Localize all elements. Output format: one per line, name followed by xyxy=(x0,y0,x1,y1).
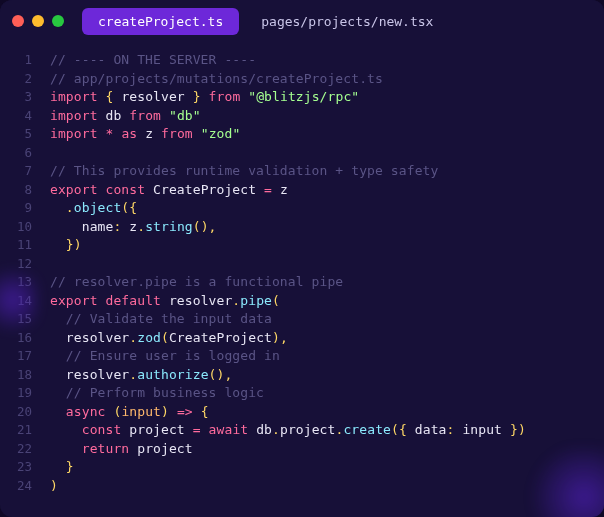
code-line[interactable]: 19 // Perform business logic xyxy=(0,385,604,404)
code-line[interactable]: 16 resolver.zod(CreateProject), xyxy=(0,330,604,349)
code-line[interactable]: 20 async (input) => { xyxy=(0,404,604,423)
code-line[interactable]: 2// app/projects/mutations/createProject… xyxy=(0,71,604,90)
line-number: 23 xyxy=(0,459,50,474)
code-line[interactable]: 10 name: z.string(), xyxy=(0,219,604,238)
line-number: 7 xyxy=(0,163,50,178)
line-content: export const CreateProject = z xyxy=(50,182,288,197)
line-content: ) xyxy=(50,478,58,493)
code-area[interactable]: 1// ---- ON THE SERVER ----2// app/proje… xyxy=(0,42,604,506)
titlebar: createProject.tspages/projects/new.tsx xyxy=(0,0,604,42)
line-content: }) xyxy=(50,237,82,252)
line-number: 20 xyxy=(0,404,50,419)
line-content: import * as z from "zod" xyxy=(50,126,240,141)
line-number: 4 xyxy=(0,108,50,123)
line-number: 11 xyxy=(0,237,50,252)
code-line[interactable]: 18 resolver.authorize(), xyxy=(0,367,604,386)
line-content: .object({ xyxy=(50,200,137,215)
line-number: 19 xyxy=(0,385,50,400)
line-content: } xyxy=(50,459,74,474)
minimize-icon[interactable] xyxy=(32,15,44,27)
code-line[interactable]: 7// This provides runtime validation + t… xyxy=(0,163,604,182)
tab-bar: createProject.tspages/projects/new.tsx xyxy=(82,8,449,35)
line-content: // ---- ON THE SERVER ---- xyxy=(50,52,256,67)
code-line[interactable]: 24) xyxy=(0,478,604,497)
line-number: 14 xyxy=(0,293,50,308)
code-line[interactable]: 8export const CreateProject = z xyxy=(0,182,604,201)
line-number: 3 xyxy=(0,89,50,104)
tab-createproject-ts[interactable]: createProject.ts xyxy=(82,8,239,35)
code-line[interactable]: 21 const project = await db.project.crea… xyxy=(0,422,604,441)
line-content: return project xyxy=(50,441,193,456)
code-line[interactable]: 4import db from "db" xyxy=(0,108,604,127)
code-line[interactable]: 1// ---- ON THE SERVER ---- xyxy=(0,52,604,71)
maximize-icon[interactable] xyxy=(52,15,64,27)
line-content: const project = await db.project.create(… xyxy=(50,422,526,437)
code-line[interactable]: 23 } xyxy=(0,459,604,478)
line-number: 6 xyxy=(0,145,50,160)
line-number: 9 xyxy=(0,200,50,215)
line-number: 18 xyxy=(0,367,50,382)
line-number: 15 xyxy=(0,311,50,326)
line-content: // Perform business logic xyxy=(50,385,264,400)
line-content: resolver.zod(CreateProject), xyxy=(50,330,288,345)
code-line[interactable]: 9 .object({ xyxy=(0,200,604,219)
code-line[interactable]: 6 xyxy=(0,145,604,164)
line-number: 13 xyxy=(0,274,50,289)
line-number: 16 xyxy=(0,330,50,345)
line-content: // This provides runtime validation + ty… xyxy=(50,163,438,178)
line-content: export default resolver.pipe( xyxy=(50,293,280,308)
line-number: 22 xyxy=(0,441,50,456)
code-line[interactable]: 3import { resolver } from "@blitzjs/rpc" xyxy=(0,89,604,108)
code-line[interactable]: 12 xyxy=(0,256,604,275)
traffic-lights xyxy=(12,15,64,27)
close-icon[interactable] xyxy=(12,15,24,27)
code-line[interactable]: 5import * as z from "zod" xyxy=(0,126,604,145)
line-number: 5 xyxy=(0,126,50,141)
code-line[interactable]: 15 // Validate the input data xyxy=(0,311,604,330)
line-content: import db from "db" xyxy=(50,108,201,123)
line-content: // resolver.pipe is a functional pipe xyxy=(50,274,343,289)
line-number: 17 xyxy=(0,348,50,363)
code-line[interactable]: 17 // Ensure user is logged in xyxy=(0,348,604,367)
line-number: 12 xyxy=(0,256,50,271)
code-line[interactable]: 11 }) xyxy=(0,237,604,256)
line-content: // Ensure user is logged in xyxy=(50,348,280,363)
line-number: 10 xyxy=(0,219,50,234)
code-line[interactable]: 22 return project xyxy=(0,441,604,460)
tab-pages-projects-new-tsx[interactable]: pages/projects/new.tsx xyxy=(245,8,449,35)
line-number: 1 xyxy=(0,52,50,67)
line-content: // app/projects/mutations/createProject.… xyxy=(50,71,383,86)
code-line[interactable]: 14export default resolver.pipe( xyxy=(0,293,604,312)
line-number: 8 xyxy=(0,182,50,197)
line-content: import { resolver } from "@blitzjs/rpc" xyxy=(50,89,359,104)
line-content: resolver.authorize(), xyxy=(50,367,232,382)
line-content: // Validate the input data xyxy=(50,311,272,326)
line-number: 21 xyxy=(0,422,50,437)
line-content: async (input) => { xyxy=(50,404,209,419)
line-number: 24 xyxy=(0,478,50,493)
editor-window: createProject.tspages/projects/new.tsx 1… xyxy=(0,0,604,517)
line-content: name: z.string(), xyxy=(50,219,217,234)
code-line[interactable]: 13// resolver.pipe is a functional pipe xyxy=(0,274,604,293)
line-number: 2 xyxy=(0,71,50,86)
